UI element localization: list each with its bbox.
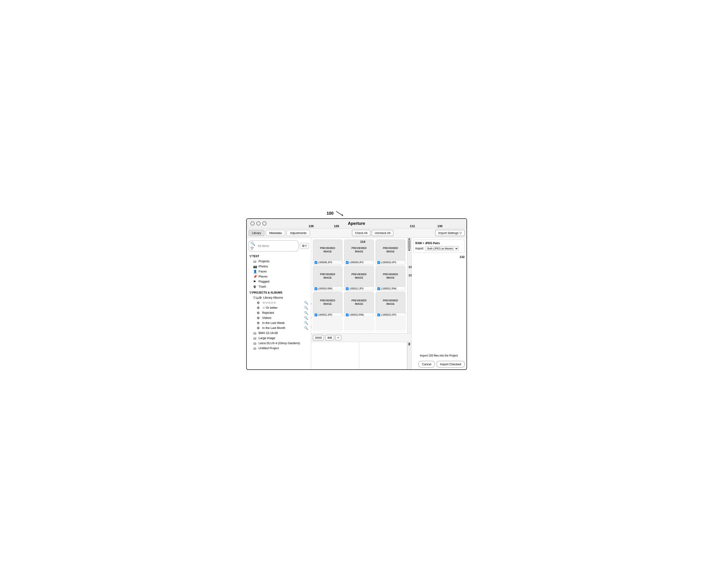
list-view-btn[interactable]: ≡ bbox=[335, 335, 341, 340]
image-checkbox-4[interactable] bbox=[315, 287, 317, 290]
image-checkbox-7[interactable] bbox=[315, 314, 317, 316]
preview-scrollbar[interactable] bbox=[407, 342, 411, 370]
image-preview-7: PREVIEWEDIMAGE bbox=[313, 292, 342, 313]
image-label-empty-3 bbox=[376, 330, 405, 331]
grid-scroll-wrapper: 114 116 118 120 124 122 PREVIEWEDIMAGE bbox=[311, 238, 411, 333]
faces-icon: 👤 bbox=[253, 270, 257, 273]
search-box[interactable]: 🔍▽ bbox=[249, 240, 298, 251]
scroll-thumb[interactable] bbox=[408, 240, 411, 249]
image-label-5: L000011.JPG bbox=[344, 287, 374, 291]
sidebar-section-projects-albums: ▽ PROJECTS & ALBUMS ▽🗂⚙ Library Albums ⚙… bbox=[247, 290, 311, 351]
gear-button[interactable]: ⚙▽ bbox=[300, 243, 309, 249]
grid-scrollbar[interactable] bbox=[407, 238, 411, 333]
sidebar-item-library-albums[interactable]: ▽🗂⚙ Library Albums bbox=[247, 295, 311, 300]
tab-adjustments[interactable]: Adjustments bbox=[287, 230, 310, 236]
ann-124: 124 bbox=[311, 316, 312, 319]
sidebar-item-rejected[interactable]: ⚙ Rejected 🔍 bbox=[247, 310, 311, 315]
uncheck-all-button[interactable]: Uncheck All bbox=[372, 230, 393, 236]
sidebar-item-photos[interactable]: 📷 Photos bbox=[247, 264, 311, 269]
window-close-btn[interactable] bbox=[250, 222, 254, 226]
scroll-down-arrow[interactable] bbox=[408, 250, 411, 251]
sidebar-item-faces[interactable]: 👤 Faces bbox=[247, 269, 311, 274]
or-better-label: ☆ Or better bbox=[263, 306, 278, 309]
image-filename-9: L1000013.JPG bbox=[381, 314, 396, 316]
sidebar-item-5stars[interactable]: ⚙ ☆☆☆☆☆ 🔍 bbox=[247, 300, 311, 305]
sidebar-item-videos[interactable]: ⚙ Videos 🔍 bbox=[247, 315, 311, 320]
filmstrip-view-btn[interactable]: ⊟⊟⊟ bbox=[313, 335, 324, 340]
check-all-button[interactable]: Check All bbox=[352, 230, 371, 236]
right-panel: RAW + JPEG Pairs Import: Both (JPEG as M… bbox=[411, 238, 466, 370]
image-checkbox-2[interactable] bbox=[346, 261, 349, 264]
image-filename-3: L1000010.JPG bbox=[381, 261, 396, 264]
sidebar-item-last-week[interactable]: ⚙ In the Last Week 🔍 bbox=[247, 320, 311, 326]
sidebar-item-large-image[interactable]: 🗂 Large image bbox=[247, 336, 311, 341]
import-checked-button[interactable]: Import Checked bbox=[437, 361, 465, 368]
photos-icon: 📷 bbox=[253, 265, 257, 268]
photos-label: Photos bbox=[259, 265, 268, 268]
import-select[interactable]: Both (JPEG as Master) JPEG Only RAW Only… bbox=[425, 246, 459, 251]
sidebar-item-untitled[interactable]: 🗂 Untitled Project bbox=[247, 346, 311, 351]
arrow-100-icon bbox=[335, 210, 344, 217]
sidebar-item-leica[interactable]: 🗂 Leica DLUX-4 (Gilroy Gardens) bbox=[247, 341, 311, 346]
sidebar-item-projects[interactable]: 🗂 Projects bbox=[247, 259, 311, 264]
image-preview-empty-1 bbox=[313, 318, 342, 330]
import-label: Import: bbox=[416, 247, 424, 250]
ann-130: 130 bbox=[438, 224, 443, 228]
trash-icon: 🗑 bbox=[253, 285, 257, 289]
image-cell-5: PREVIEWEDIMAGE L000011.JPG bbox=[344, 266, 374, 291]
image-filename-1: L000008.JPG bbox=[318, 261, 332, 264]
window-minimize-btn[interactable] bbox=[256, 222, 260, 226]
search-input[interactable] bbox=[258, 244, 296, 248]
image-preview-2: PREVIEWEDIMAGE bbox=[344, 240, 374, 260]
image-label-7: L000012.JPG bbox=[313, 313, 342, 317]
ann-122: 122 bbox=[311, 325, 312, 329]
image-grid-row-2: PREVIEWEDIMAGE L000010.RWL PREVIEWEDIMAG… bbox=[313, 266, 405, 291]
cancel-button[interactable]: Cancel bbox=[418, 361, 435, 368]
trash-label: Trash bbox=[259, 285, 266, 288]
ann-114: 114 bbox=[360, 240, 365, 244]
title-bar: Aperture bbox=[247, 219, 466, 229]
image-label-empty-2 bbox=[344, 330, 374, 331]
sidebar-item-bmx[interactable]: 🗂 BMX 10-19-08 bbox=[247, 331, 311, 336]
image-checkbox-1[interactable] bbox=[315, 261, 317, 264]
bmx-icon: 🗂 bbox=[253, 331, 257, 335]
tab-library[interactable]: Library bbox=[249, 230, 265, 236]
image-checkbox-5[interactable] bbox=[346, 287, 349, 290]
image-cell-empty-3 bbox=[376, 318, 405, 332]
sidebar-item-trash[interactable]: 🗑 Trash bbox=[247, 284, 311, 289]
import-settings-button[interactable]: Import Settings ▽ bbox=[435, 230, 464, 236]
grid-view-btn[interactable]: ⊞⊞ bbox=[326, 335, 334, 340]
sidebar-item-last-month[interactable]: ⚙ In the Last Month 🔍 bbox=[247, 326, 311, 331]
image-preview-8: PREVIEWEDIMAGE bbox=[344, 292, 374, 313]
preview-scroll-up[interactable] bbox=[408, 342, 411, 344]
preview-scroll-down[interactable] bbox=[408, 344, 411, 346]
bottom-buttons: Cancel Import Checked bbox=[414, 361, 465, 368]
image-preview-5: PREVIEWEDIMAGE bbox=[344, 266, 374, 287]
ann-118: 118 bbox=[408, 274, 411, 277]
image-cell-7: PREVIEWEDIMAGE L000012.JPG bbox=[313, 292, 342, 317]
image-preview-3: PREVIEWEDIMAGE bbox=[376, 240, 405, 260]
image-cell-empty-1 bbox=[313, 318, 342, 332]
image-grid-row-1: PREVIEWEDIMAGE L000008.JPG PREVIEWEDIMAG… bbox=[313, 239, 405, 265]
image-checkbox-9[interactable] bbox=[377, 314, 380, 316]
image-checkbox-8[interactable] bbox=[346, 314, 349, 316]
app-title: Aperture bbox=[348, 221, 365, 226]
sidebar-item-flagged[interactable]: ⚑ Flagged bbox=[247, 279, 311, 284]
scroll-up-arrow[interactable] bbox=[408, 238, 411, 239]
image-checkbox-3[interactable] bbox=[377, 261, 380, 264]
sidebar-section-test: ▽ TEST 🗂 Projects 📷 Photos 👤 Faces bbox=[247, 253, 311, 290]
sidebar-item-places[interactable]: 📌 Places bbox=[247, 274, 311, 279]
tab-metadata[interactable]: Metadata bbox=[266, 230, 285, 236]
last-week-icon: ⚙ bbox=[257, 321, 261, 325]
projects-icon: 🗂 bbox=[253, 259, 257, 263]
image-filename-6: L1000011.RWL bbox=[381, 287, 397, 290]
ann-112: 112 bbox=[410, 224, 415, 228]
window-maximize-btn[interactable] bbox=[263, 222, 267, 226]
image-checkbox-6[interactable] bbox=[377, 287, 380, 290]
sidebar-item-or-better[interactable]: ⚙ ☆ Or better 🔍 bbox=[247, 305, 311, 310]
image-label-6: L1000011.RWL bbox=[376, 287, 405, 291]
projects-albums-header: ▽ PROJECTS & ALBUMS bbox=[247, 290, 311, 295]
places-label: Places bbox=[259, 275, 268, 278]
preview-col-1 bbox=[311, 342, 359, 370]
library-albums-label: Library Albums bbox=[263, 296, 283, 299]
